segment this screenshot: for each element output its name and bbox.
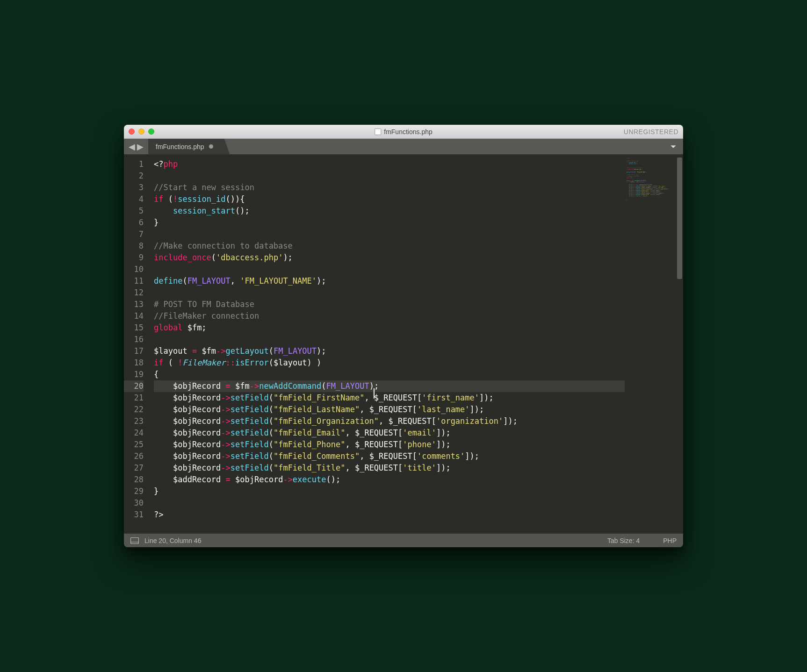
line-number[interactable]: 30 [124, 497, 144, 509]
code-line[interactable]: $objRecord->setField("fmField_LastName",… [154, 404, 625, 415]
close-window-button[interactable] [129, 129, 135, 135]
minimize-window-button[interactable] [138, 129, 144, 135]
line-number[interactable]: 12 [124, 287, 144, 299]
code-line[interactable] [154, 229, 625, 240]
titlebar[interactable]: fmFunctions.php UNREGISTERED [124, 125, 683, 139]
line-number[interactable]: 14 [124, 310, 144, 322]
line-number[interactable]: 28 [124, 474, 144, 486]
window-controls [129, 129, 154, 135]
tab-label: fmFunctions.php [156, 143, 204, 150]
svg-rect-0 [131, 537, 139, 543]
editor-window: fmFunctions.php UNREGISTERED ◀ ▶ fmFunct… [124, 125, 683, 547]
line-number[interactable]: 25 [124, 439, 144, 450]
line-number[interactable]: 29 [124, 486, 144, 497]
code-line[interactable] [154, 170, 625, 182]
line-number[interactable]: 20 [124, 380, 144, 392]
window-title: fmFunctions.php [375, 128, 432, 136]
line-number[interactable]: 3 [124, 182, 144, 193]
line-number[interactable]: 23 [124, 415, 144, 427]
code-line[interactable]: //Make connection to database [154, 240, 625, 252]
chevron-down-icon [670, 143, 677, 150]
line-number[interactable]: 9 [124, 252, 144, 264]
tab-dropdown-button[interactable] [663, 139, 683, 154]
line-number[interactable]: 5 [124, 205, 144, 217]
line-number[interactable]: 13 [124, 299, 144, 310]
code-line[interactable]: include_once('dbaccess.php'); [154, 252, 625, 264]
code-line[interactable]: $objRecord->setField("fmField_Phone", $_… [154, 439, 625, 450]
line-number[interactable]: 2 [124, 170, 144, 182]
line-number[interactable]: 8 [124, 240, 144, 252]
tab-active[interactable]: fmFunctions.php [148, 139, 230, 154]
line-number[interactable]: 26 [124, 450, 144, 462]
code-line[interactable]: } [154, 486, 625, 497]
dirty-indicator-icon [209, 144, 213, 149]
line-number[interactable]: 1 [124, 158, 144, 170]
cursor-position[interactable]: Line 20, Column 46 [144, 537, 201, 544]
line-number[interactable]: 6 [124, 217, 144, 229]
line-number[interactable]: 21 [124, 392, 144, 404]
file-icon [375, 129, 381, 135]
line-number-gutter[interactable]: 1234567891011121314151617181920212223242… [124, 155, 147, 533]
line-number[interactable]: 10 [124, 264, 144, 275]
nav-arrows: ◀ ▶ [124, 139, 148, 154]
status-bar: Line 20, Column 46 Tab Size: 4 PHP [124, 533, 683, 547]
nav-back-icon[interactable]: ◀ [129, 142, 135, 152]
code-line[interactable]: $objRecord->setField("fmField_Email", $_… [154, 427, 625, 439]
tab-bar: ◀ ▶ fmFunctions.php [124, 139, 683, 155]
editor-area: 1234567891011121314151617181920212223242… [124, 155, 683, 533]
registration-status[interactable]: UNREGISTERED [624, 128, 678, 136]
code-line[interactable]: $objRecord->setField("fmField_Title", $_… [154, 462, 625, 474]
code-line[interactable]: if (!session_id()){ [154, 193, 625, 205]
window-title-text: fmFunctions.php [384, 128, 432, 136]
nav-forward-icon[interactable]: ▶ [137, 142, 144, 152]
maximize-window-button[interactable] [148, 129, 154, 135]
vertical-scrollbar[interactable] [676, 155, 683, 533]
line-number[interactable]: 27 [124, 462, 144, 474]
tab-size[interactable]: Tab Size: 4 [607, 537, 640, 544]
code-line[interactable]: ?> [154, 509, 625, 521]
code-line[interactable] [154, 334, 625, 345]
code-line[interactable]: } [154, 217, 625, 229]
scrollbar-thumb[interactable] [677, 157, 682, 279]
line-number[interactable]: 7 [124, 229, 144, 240]
code-line[interactable]: session_start(); [154, 205, 625, 217]
line-number[interactable]: 4 [124, 193, 144, 205]
code-line[interactable] [154, 264, 625, 275]
code-line[interactable] [154, 287, 625, 299]
line-number[interactable]: 31 [124, 509, 144, 521]
line-number[interactable]: 11 [124, 275, 144, 287]
code-line[interactable]: <?php [154, 158, 625, 170]
code-line[interactable]: $objRecord->setField("fmField_FirstName"… [154, 392, 625, 404]
code-line[interactable]: $objRecord->setField("fmField_Organizati… [154, 415, 625, 427]
line-number[interactable]: 17 [124, 345, 144, 357]
code-line[interactable]: //Start a new session [154, 182, 625, 193]
code-line[interactable]: $objRecord = $fm->newAddCommand(FM_LAYOU… [154, 380, 625, 392]
line-number[interactable]: 19 [124, 369, 144, 380]
minimap[interactable]: <?php//Start a new sessionif (!session_i… [625, 155, 676, 533]
code-line[interactable]: { [154, 369, 625, 380]
code-line[interactable]: $layout = $fm->getLayout(FM_LAYOUT); [154, 345, 625, 357]
code-line[interactable]: define(FM_LAYOUT, 'FM_LAYOUT_NAME'); [154, 275, 625, 287]
line-number[interactable]: 24 [124, 427, 144, 439]
code-line[interactable]: global $fm; [154, 322, 625, 334]
syntax-language[interactable]: PHP [663, 537, 677, 544]
code-editor[interactable]: <?php//Start a new sessionif (!session_i… [147, 155, 625, 533]
code-line[interactable]: $objRecord->setField("fmField_Comments",… [154, 450, 625, 462]
code-line[interactable]: # POST TO FM Database [154, 299, 625, 310]
code-line[interactable]: $addRecord = $objRecord->execute(); [154, 474, 625, 486]
code-line[interactable]: //FileMaker connection [154, 310, 625, 322]
code-line[interactable] [154, 497, 625, 509]
code-line[interactable]: if ( !FileMaker::isError($layout) ) [154, 357, 625, 369]
line-number[interactable]: 22 [124, 404, 144, 415]
panel-switcher-icon[interactable] [130, 537, 139, 544]
line-number[interactable]: 16 [124, 334, 144, 345]
line-number[interactable]: 15 [124, 322, 144, 334]
line-number[interactable]: 18 [124, 357, 144, 369]
